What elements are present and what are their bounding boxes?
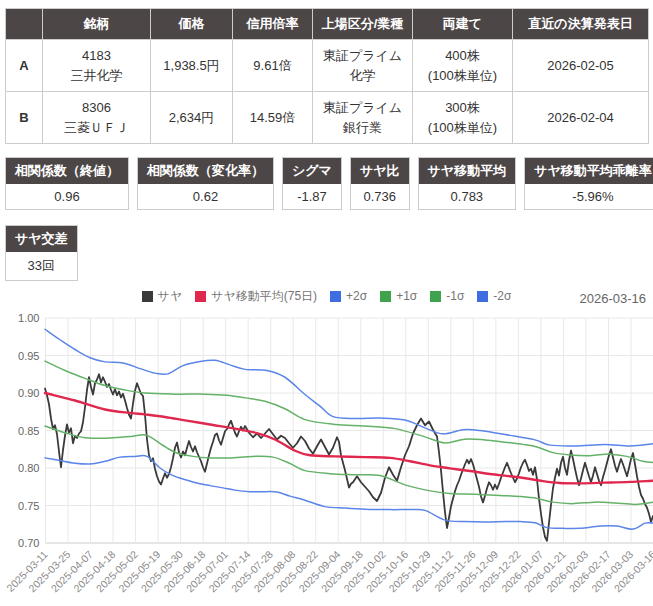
cell-earnings-date: 2026-02-04 <box>513 92 649 144</box>
chart-area: サヤサヤ移動平均(75日)+2σ+1σ-1σ-2σ 2026-03-16 1.0… <box>5 290 648 606</box>
cell-stock: 8306三菱ＵＦＪ <box>43 92 151 144</box>
chart-legend: サヤサヤ移動平均(75日)+2σ+1σ-1σ-2σ <box>5 290 648 302</box>
stat-label: 相関係数（変化率） <box>138 158 273 184</box>
pair-trade-page: 銘柄価格信用倍率上場区分/業種両建て直近の決算発表日 A4183三井化学1,93… <box>0 0 653 606</box>
legend-swatch-icon <box>477 291 488 302</box>
legend-item: -1σ <box>430 290 464 302</box>
cell-line-1: 8306 <box>45 98 148 118</box>
stat-value: 0.96 <box>6 184 128 209</box>
legend-item: -2σ <box>477 290 511 302</box>
y-axis-tick-label: 0.80 <box>18 462 39 474</box>
stat-box-2: シグマ-1.87 <box>282 157 342 210</box>
cell-line-1: 4183 <box>45 46 148 66</box>
series-line-サヤ移動平均(75日) <box>45 393 653 483</box>
cell-line-2: (100株単位) <box>415 66 510 86</box>
cell-line-1: 東証プライム <box>315 46 410 66</box>
column-header-3: 信用倍率 <box>233 9 313 40</box>
legend-item: +1σ <box>380 290 417 302</box>
legend-label: サヤ <box>158 290 183 302</box>
y-axis-tick-label: 0.85 <box>18 425 39 437</box>
legend-item: サヤ移動平均(75日) <box>195 290 317 302</box>
saya-cross-label: サヤ交差 <box>6 226 77 252</box>
legend-swatch-icon <box>430 291 441 302</box>
stat-label: シグマ <box>283 158 341 184</box>
series-line--2σ <box>45 455 653 529</box>
stat-label: サヤ移動平均乖離率 <box>525 158 653 184</box>
cell-line-2: 化学 <box>315 66 410 86</box>
column-header-6: 直近の決算発表日 <box>513 9 649 40</box>
legend-swatch-icon <box>195 291 206 302</box>
stat-label: サヤ比 <box>351 158 409 184</box>
chart-header: サヤサヤ移動平均(75日)+2σ+1σ-1σ-2σ 2026-03-16 <box>5 290 648 307</box>
column-header-0 <box>6 9 43 40</box>
cell-market-sector: 東証プライム化学 <box>313 40 413 92</box>
column-header-5: 両建て <box>413 9 513 40</box>
column-header-2: 価格 <box>151 9 233 40</box>
legend-swatch-icon <box>330 291 341 302</box>
pair-table: 銘柄価格信用倍率上場区分/業種両建て直近の決算発表日 A4183三井化学1,93… <box>5 8 649 144</box>
pair-table-body: A4183三井化学1,938.5円9.61倍東証プライム化学400株(100株単… <box>6 40 649 144</box>
stat-value: 0.736 <box>351 184 409 209</box>
stat-label: 相関係数（終値） <box>6 158 128 184</box>
cell-line-2: 銀行業 <box>315 118 410 138</box>
stat-value: 0.62 <box>138 184 273 209</box>
legend-swatch-icon <box>142 291 153 302</box>
legend-label: +1σ <box>396 290 417 302</box>
stats-row: 相関係数（終値）0.96相関係数（変化率）0.62シグマ-1.87サヤ比0.73… <box>5 157 648 210</box>
legend-swatch-icon <box>380 291 391 302</box>
cell-line-2: 三井化学 <box>45 66 148 86</box>
saya-cross-box: サヤ交差 33回 <box>5 225 78 281</box>
y-axis-tick-label: 0.95 <box>18 350 39 362</box>
cell-earnings-date: 2026-02-05 <box>513 40 649 92</box>
stat-value: -5.96% <box>525 184 653 209</box>
stat-box-0: 相関係数（終値）0.96 <box>5 157 129 210</box>
table-row: B8306三菱ＵＦＪ2,634円14.59倍東証プライム銀行業300株(100株… <box>6 92 649 144</box>
column-header-1: 銘柄 <box>43 9 151 40</box>
cell-row-label: A <box>6 40 43 92</box>
cell-hedge: 300株(100株単位) <box>413 92 513 144</box>
legend-label: -1σ <box>446 290 464 302</box>
stat-box-1: 相関係数（変化率）0.62 <box>137 157 274 210</box>
cell-price: 2,634円 <box>151 92 233 144</box>
cell-market-sector: 東証プライム銀行業 <box>313 92 413 144</box>
cell-margin-ratio: 14.59倍 <box>233 92 313 144</box>
cell-price: 1,938.5円 <box>151 40 233 92</box>
legend-label: -2σ <box>493 290 511 302</box>
table-row: A4183三井化学1,938.5円9.61倍東証プライム化学400株(100株単… <box>6 40 649 92</box>
stat-value: -1.87 <box>283 184 341 209</box>
stat-box-4: サヤ移動平均0.783 <box>418 157 517 210</box>
legend-label: +2σ <box>346 290 367 302</box>
cell-hedge: 400株(100株単位) <box>413 40 513 92</box>
series-line-+1σ <box>45 361 653 462</box>
y-axis-tick-label: 0.75 <box>18 500 39 512</box>
legend-item: サヤ <box>142 290 183 302</box>
legend-label: サヤ移動平均(75日) <box>211 290 317 302</box>
stat-box-5: サヤ移動平均乖離率-5.96% <box>524 157 653 210</box>
series-line--1σ <box>45 426 653 504</box>
cell-stock: 4183三井化学 <box>43 40 151 92</box>
legend-item: +2σ <box>330 290 367 302</box>
stat-box-3: サヤ比0.736 <box>350 157 410 210</box>
saya-cross-value: 33回 <box>6 252 77 280</box>
cell-line-1: 東証プライム <box>315 98 410 118</box>
stat-value: 0.783 <box>419 184 516 209</box>
column-header-4: 上場区分/業種 <box>313 9 413 40</box>
cell-line-2: 三菱ＵＦＪ <box>45 118 148 138</box>
pair-table-head: 銘柄価格信用倍率上場区分/業種両建て直近の決算発表日 <box>6 9 649 40</box>
y-axis-tick-label: 0.90 <box>18 387 39 399</box>
cell-line-1: 400株 <box>415 46 510 66</box>
saya-chart-canvas[interactable]: 1.000.950.900.850.800.750.702025-03-1120… <box>5 307 653 606</box>
stat-label: サヤ移動平均 <box>419 158 516 184</box>
chart-date-label: 2026-03-16 <box>580 291 647 306</box>
y-axis-tick-label: 0.70 <box>18 537 39 549</box>
y-axis-tick-label: 1.00 <box>18 312 39 324</box>
cell-line-2: (100株単位) <box>415 118 510 138</box>
cell-row-label: B <box>6 92 43 144</box>
cell-line-1: 300株 <box>415 98 510 118</box>
pair-table-header-row: 銘柄価格信用倍率上場区分/業種両建て直近の決算発表日 <box>6 9 649 40</box>
cell-margin-ratio: 9.61倍 <box>233 40 313 92</box>
